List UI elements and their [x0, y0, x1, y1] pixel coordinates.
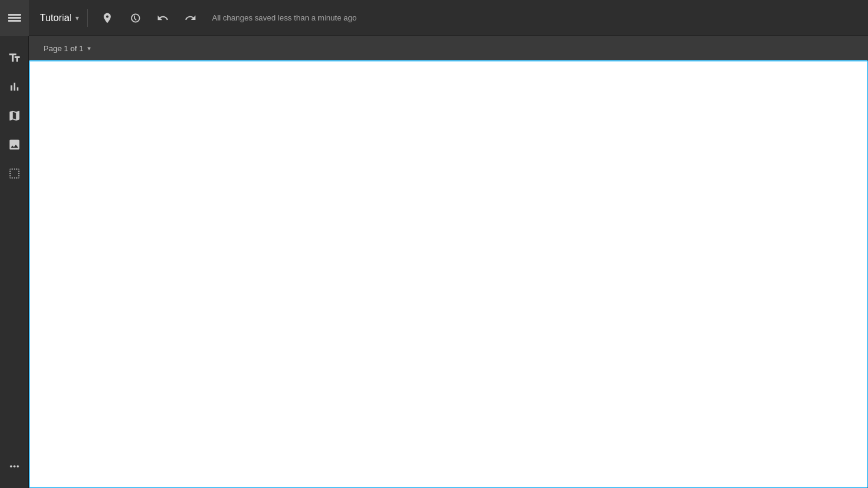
- document-title: Tutorial: [40, 13, 72, 23]
- sidebar-item-image[interactable]: [2, 133, 27, 157]
- map-icon: [8, 109, 21, 122]
- sidebar-item-text[interactable]: [2, 46, 27, 70]
- title-chevron-icon: ▾: [75, 14, 79, 22]
- data-icon: [8, 167, 21, 180]
- page-nav-label: Page 1 of 1: [43, 44, 84, 53]
- text-icon: [8, 51, 21, 64]
- pin-button[interactable]: [96, 7, 118, 29]
- toolbar-divider-1: [87, 9, 88, 27]
- sidebar-item-data[interactable]: [2, 161, 27, 186]
- history-button[interactable]: [124, 7, 146, 29]
- undo-icon: [157, 12, 169, 24]
- image-icon: [8, 138, 21, 151]
- page-nav-bar: Page 1 of 1 ▾: [29, 36, 868, 60]
- sidebar-item-map[interactable]: [2, 104, 27, 128]
- pin-icon: [101, 12, 113, 24]
- sidebar: [0, 36, 29, 488]
- title-area[interactable]: Tutorial ▾: [40, 13, 79, 23]
- document-canvas[interactable]: [29, 60, 868, 488]
- sidebar-item-more[interactable]: [2, 454, 27, 478]
- app-icon: [5, 11, 24, 25]
- chart-icon: [8, 80, 21, 93]
- header-bar: Tutorial ▾ All changes saved less than a…: [0, 0, 868, 36]
- more-icon: [8, 460, 21, 473]
- canvas-area: Page 1 of 1 ▾: [29, 36, 868, 488]
- app-icon-area: [0, 0, 29, 36]
- main-area: Page 1 of 1 ▾: [0, 36, 868, 488]
- save-status: All changes saved less than a minute ago: [212, 13, 357, 22]
- page-nav-button[interactable]: Page 1 of 1 ▾: [39, 42, 96, 55]
- redo-icon: [184, 12, 197, 24]
- undo-button[interactable]: [152, 7, 174, 29]
- redo-button[interactable]: [180, 7, 201, 29]
- sidebar-item-chart[interactable]: [2, 75, 27, 99]
- canvas-content: [30, 61, 867, 487]
- clock-icon: [129, 12, 141, 24]
- page-nav-chevron-icon: ▾: [87, 45, 91, 52]
